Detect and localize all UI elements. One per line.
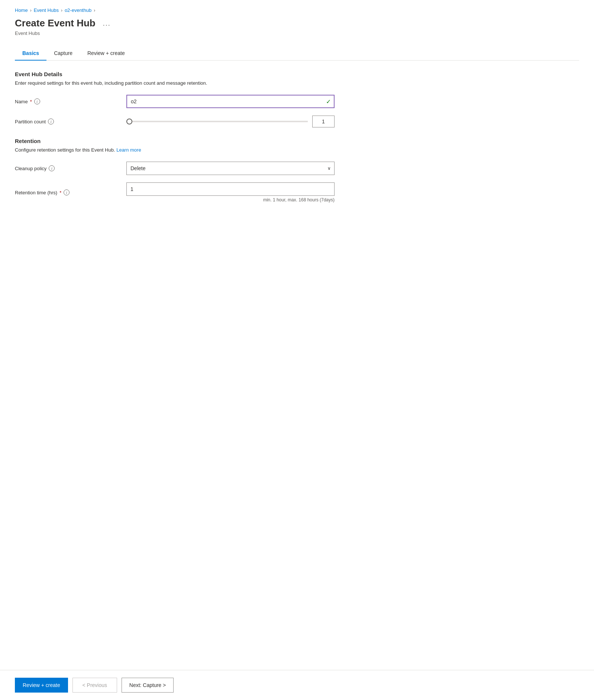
page-subtitle: Event Hubs xyxy=(15,30,579,36)
breadcrumb-event-hubs[interactable]: Event Hubs xyxy=(34,7,59,13)
cleanup-policy-select-wrapper: Delete Compact Compact and Delete ∨ xyxy=(126,162,335,175)
name-input-wrapper: ✓ xyxy=(126,95,335,108)
name-label: Name * i xyxy=(15,98,126,104)
page-header: Create Event Hub ... xyxy=(15,17,579,29)
retention-time-label: Retention time (hrs) * i xyxy=(15,189,126,195)
retention-title: Retention xyxy=(15,138,579,144)
more-options-button[interactable]: ... xyxy=(100,19,114,28)
name-info-icon[interactable]: i xyxy=(34,98,40,104)
retention-time-required-star: * xyxy=(59,190,61,195)
retention-time-form-row: Retention time (hrs) * i min. 1 hour, ma… xyxy=(15,182,579,202)
tab-capture[interactable]: Capture xyxy=(46,46,80,61)
review-create-button[interactable]: Review + create xyxy=(15,678,68,693)
breadcrumb: Home › Event Hubs › o2-eventhub › xyxy=(15,7,579,13)
tab-bar: Basics Capture Review + create xyxy=(15,46,579,61)
next-capture-button[interactable]: Next: Capture > xyxy=(122,678,174,693)
footer: Review + create < Previous Next: Capture… xyxy=(0,670,594,700)
page-title: Create Event Hub xyxy=(15,17,96,29)
retention-description: Configure retention settings for this Ev… xyxy=(15,147,579,153)
breadcrumb-sep-3: › xyxy=(94,8,95,13)
partition-count-info-icon[interactable]: i xyxy=(48,119,54,124)
name-check-icon: ✓ xyxy=(326,98,331,105)
name-form-row: Name * i ✓ xyxy=(15,95,579,108)
breadcrumb-o2-eventhub[interactable]: o2-eventhub xyxy=(65,7,91,13)
event-hub-details-title: Event Hub Details xyxy=(15,71,579,77)
partition-count-control-area: 1 xyxy=(126,116,335,127)
partition-count-value: 1 xyxy=(312,116,335,127)
cleanup-policy-select[interactable]: Delete Compact Compact and Delete xyxy=(126,162,335,175)
partition-count-slider[interactable] xyxy=(126,121,308,122)
event-hub-details-description: Enter required settings for this event h… xyxy=(15,80,579,86)
cleanup-policy-info-icon[interactable]: i xyxy=(49,165,55,171)
previous-button[interactable]: < Previous xyxy=(72,678,117,693)
breadcrumb-sep-1: › xyxy=(30,8,32,13)
retention-time-input[interactable] xyxy=(126,182,335,196)
retention-time-hint: min. 1 hour, max. 168 hours (7days) xyxy=(126,197,335,202)
cleanup-policy-label: Cleanup policy i xyxy=(15,165,126,171)
partition-count-slider-wrapper: 1 xyxy=(126,116,335,127)
tab-basics[interactable]: Basics xyxy=(15,46,46,61)
tab-review-create[interactable]: Review + create xyxy=(80,46,132,61)
retention-time-control-area: min. 1 hour, max. 168 hours (7days) xyxy=(126,182,335,202)
partition-count-form-row: Partition count i 1 xyxy=(15,116,579,127)
cleanup-policy-form-row: Cleanup policy i Delete Compact Compact … xyxy=(15,162,579,175)
partition-count-label: Partition count i xyxy=(15,119,126,124)
breadcrumb-sep-2: › xyxy=(61,8,62,13)
retention-time-info-icon[interactable]: i xyxy=(64,189,70,195)
name-control-area: ✓ xyxy=(126,95,335,108)
breadcrumb-home[interactable]: Home xyxy=(15,7,28,13)
learn-more-link[interactable]: Learn more xyxy=(116,147,141,153)
name-input[interactable] xyxy=(126,95,335,108)
cleanup-policy-control-area: Delete Compact Compact and Delete ∨ xyxy=(126,162,335,175)
name-required-star: * xyxy=(30,99,32,104)
